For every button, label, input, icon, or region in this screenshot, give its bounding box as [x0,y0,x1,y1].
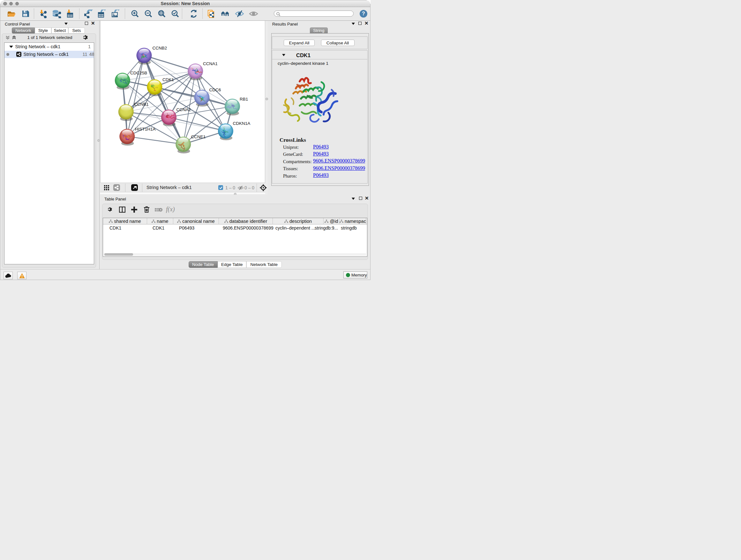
svg-text:CDKN1A: CDKN1A [233,121,251,126]
svg-text:CDK1: CDK1 [162,77,174,82]
svg-text:CCNB1: CCNB1 [134,102,149,107]
svg-text:CCNE1: CCNE1 [191,134,206,139]
svg-text:HIST1H1A: HIST1H1A [135,127,156,132]
svg-text:CDC25B: CDC25B [130,71,147,75]
svg-text:RB1: RB1 [240,97,248,102]
svg-text:CCNB2: CCNB2 [152,46,167,51]
svg-text:CDC6: CDC6 [209,87,221,92]
svg-text:CCNA2: CCNA2 [177,107,191,112]
svg-text:CCNA1: CCNA1 [203,61,218,66]
